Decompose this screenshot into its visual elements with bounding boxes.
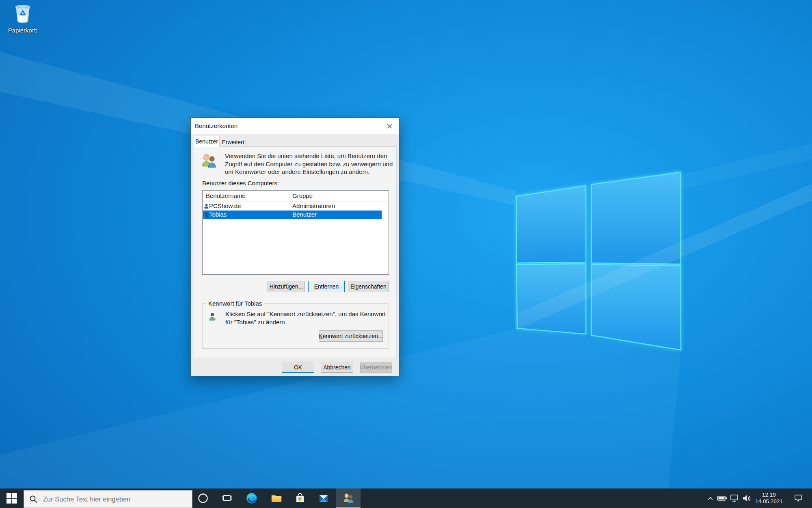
recycle-bin-desktop-icon[interactable]: Papierkorb <box>3 2 42 34</box>
ok-button[interactable]: OK <box>282 362 314 373</box>
remove-button[interactable]: Entfernen <box>308 281 345 292</box>
taskbar-search-box[interactable] <box>24 490 192 508</box>
column-header-benutzername[interactable]: Benutzername <box>206 192 246 199</box>
user-name: Tobias <box>209 211 227 218</box>
user-group: Benutzer <box>292 211 317 218</box>
close-button[interactable] <box>380 118 399 134</box>
recycle-bin-icon <box>13 2 33 24</box>
password-help-text: Klicken Sie auf "Kennwort zurücksetzen",… <box>225 310 386 326</box>
search-input[interactable] <box>42 495 178 504</box>
properties-button[interactable]: Eigenschaften <box>348 281 389 292</box>
taskbar: 12:19 14.05.2021 <box>0 488 812 508</box>
password-group-title: Kennwort für Tobias <box>206 300 264 307</box>
users-listview[interactable]: Benutzername Gruppe PCShow.de Administra… <box>202 190 389 275</box>
start-button[interactable] <box>0 488 24 508</box>
tray-chevron-up-icon[interactable] <box>704 488 716 508</box>
user-row-pcshow[interactable]: PCShow.de Administratoren <box>203 202 382 211</box>
search-icon <box>29 495 37 503</box>
mail-icon <box>317 492 330 504</box>
tab-erweitert[interactable]: Erweitert <box>220 138 246 146</box>
intro-text: Verwenden Sie die unten stehende Liste, … <box>225 152 393 176</box>
action-center-icon[interactable] <box>791 488 806 508</box>
windows-start-icon <box>6 493 17 504</box>
taskbar-app-store[interactable] <box>288 488 312 508</box>
user-row-tobias-selected[interactable]: Tobias Benutzer <box>203 211 382 219</box>
desktop-wallpaper <box>0 0 812 508</box>
user-name: PCShow.de <box>209 202 241 209</box>
user-accounts-icon <box>342 493 354 504</box>
password-groupbox: Kennwort für Tobias Klicken Sie auf "Ken… <box>202 303 389 349</box>
user-icon <box>204 212 209 218</box>
add-button[interactable]: Hinzufügen... <box>268 281 305 292</box>
tray-network-icon[interactable] <box>728 488 741 508</box>
clock-time: 12:19 <box>754 492 784 498</box>
taskbar-app-edge[interactable] <box>240 488 264 508</box>
listview-header[interactable]: Benutzername Gruppe <box>203 191 389 202</box>
edge-icon <box>246 492 258 504</box>
tray-volume-icon[interactable] <box>741 488 753 508</box>
close-icon <box>387 124 392 129</box>
user-icon <box>204 203 209 209</box>
taskbar-app-task-view[interactable] <box>215 488 239 508</box>
taskbar-clock[interactable]: 12:19 14.05.2021 <box>754 488 784 508</box>
users-list-label: Benutzer dieses Computers: <box>202 180 279 187</box>
taskbar-app-user-accounts[interactable] <box>336 488 361 508</box>
recycle-bin-label: Papierkorb <box>3 27 42 34</box>
user-accounts-dialog: Benutzerkonten Benutzer Erweitert Verwen… <box>191 118 399 376</box>
reset-password-button[interactable]: Kennwort zurücksetzen... <box>319 330 383 342</box>
two-users-icon <box>200 153 217 169</box>
store-icon <box>294 492 306 504</box>
dialog-title: Benutzerkonten <box>195 122 238 129</box>
column-header-gruppe[interactable]: Gruppe <box>292 192 313 199</box>
file-explorer-icon <box>270 492 283 504</box>
taskbar-app-mail[interactable] <box>311 488 336 508</box>
user-key-icon <box>209 313 217 321</box>
users-tab-panel: Verwenden Sie die unten stehende Liste, … <box>194 146 397 358</box>
apply-button[interactable]: Übernehmen <box>360 362 392 373</box>
cancel-button[interactable]: Abbrechen <box>321 362 353 373</box>
tab-benutzer[interactable]: Benutzer <box>194 136 220 147</box>
column-divider[interactable] <box>289 192 289 200</box>
tray-battery-icon[interactable] <box>716 488 728 508</box>
dialog-titlebar[interactable]: Benutzerkonten <box>191 118 399 134</box>
clock-date: 14.05.2021 <box>754 498 784 505</box>
cortana-icon <box>197 492 209 504</box>
taskbar-app-file-explorer[interactable] <box>264 488 289 508</box>
user-group: Administratoren <box>292 202 335 209</box>
taskbar-app-cortana[interactable] <box>191 488 215 508</box>
task-view-icon <box>221 492 233 504</box>
